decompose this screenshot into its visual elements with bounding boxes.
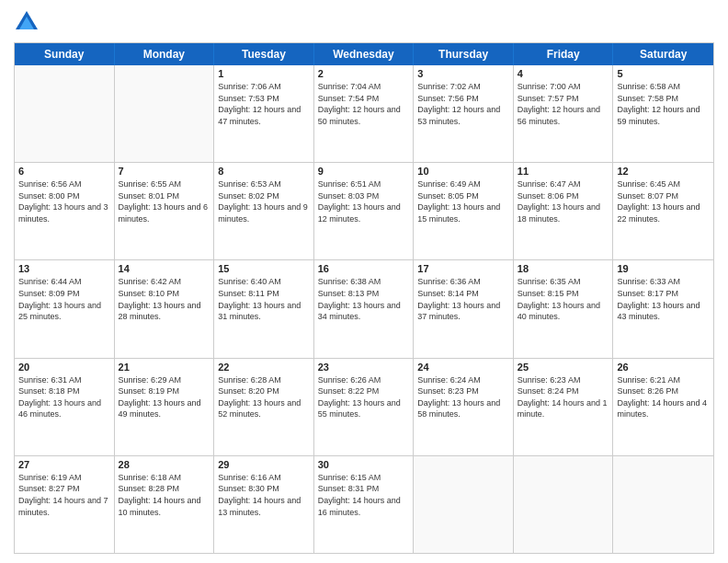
calendar-body: 1Sunrise: 7:06 AM Sunset: 7:53 PM Daylig…	[15, 65, 713, 553]
day-number: 17	[417, 263, 509, 274]
day-number: 24	[417, 362, 509, 373]
day-info: Sunrise: 6:33 AM Sunset: 8:17 PM Dayligh…	[617, 276, 710, 322]
calendar-row: 13Sunrise: 6:44 AM Sunset: 8:09 PM Dayli…	[15, 260, 713, 358]
calendar-cell: 19Sunrise: 6:33 AM Sunset: 8:17 PM Dayli…	[613, 260, 713, 357]
calendar-cell: 17Sunrise: 6:36 AM Sunset: 8:14 PM Dayli…	[414, 260, 514, 357]
calendar-cell: 15Sunrise: 6:40 AM Sunset: 8:11 PM Dayli…	[214, 260, 314, 357]
day-number: 18	[518, 263, 609, 274]
day-number: 10	[417, 166, 509, 177]
header	[14, 9, 714, 35]
calendar-cell: 14Sunrise: 6:42 AM Sunset: 8:10 PM Dayli…	[115, 260, 215, 357]
day-number: 4	[518, 68, 609, 79]
day-info: Sunrise: 6:45 AM Sunset: 8:07 PM Dayligh…	[617, 178, 710, 224]
calendar-cell: 1Sunrise: 7:06 AM Sunset: 7:53 PM Daylig…	[214, 65, 314, 162]
calendar-cell: 29Sunrise: 6:16 AM Sunset: 8:30 PM Dayli…	[214, 456, 314, 553]
calendar-cell: 23Sunrise: 6:26 AM Sunset: 8:22 PM Dayli…	[314, 359, 415, 455]
day-info: Sunrise: 6:16 AM Sunset: 8:30 PM Dayligh…	[218, 472, 310, 518]
day-number: 26	[617, 362, 710, 373]
day-number: 6	[18, 166, 110, 177]
day-number: 30	[318, 459, 410, 470]
calendar-cell: 13Sunrise: 6:44 AM Sunset: 8:09 PM Dayli…	[15, 260, 115, 357]
day-info: Sunrise: 6:19 AM Sunset: 8:27 PM Dayligh…	[18, 472, 110, 518]
weekday-header: Saturday	[613, 43, 713, 65]
calendar-cell: 22Sunrise: 6:28 AM Sunset: 8:20 PM Dayli…	[214, 359, 314, 455]
day-number: 16	[318, 263, 410, 274]
calendar: SundayMondayTuesdayWednesdayThursdayFrid…	[14, 42, 714, 554]
weekday-header: Monday	[115, 43, 215, 65]
day-number: 11	[518, 166, 609, 177]
calendar-header: SundayMondayTuesdayWednesdayThursdayFrid…	[15, 43, 713, 65]
calendar-cell: 21Sunrise: 6:29 AM Sunset: 8:19 PM Dayli…	[115, 359, 215, 455]
day-info: Sunrise: 6:47 AM Sunset: 8:06 PM Dayligh…	[518, 178, 609, 224]
calendar-cell	[15, 65, 115, 162]
calendar-cell	[514, 456, 614, 553]
day-info: Sunrise: 6:24 AM Sunset: 8:23 PM Dayligh…	[417, 374, 509, 420]
day-info: Sunrise: 6:40 AM Sunset: 8:11 PM Dayligh…	[218, 276, 310, 322]
calendar-cell: 16Sunrise: 6:38 AM Sunset: 8:13 PM Dayli…	[314, 260, 415, 357]
day-number: 15	[218, 263, 310, 274]
calendar-cell: 9Sunrise: 6:51 AM Sunset: 8:03 PM Daylig…	[314, 163, 415, 259]
day-number: 23	[318, 362, 410, 373]
calendar-cell: 2Sunrise: 7:04 AM Sunset: 7:54 PM Daylig…	[314, 65, 415, 162]
calendar-cell: 6Sunrise: 6:56 AM Sunset: 8:00 PM Daylig…	[15, 163, 115, 259]
weekday-header: Sunday	[15, 43, 115, 65]
day-number: 25	[518, 362, 609, 373]
calendar-cell: 25Sunrise: 6:23 AM Sunset: 8:24 PM Dayli…	[514, 359, 614, 455]
day-number: 1	[218, 68, 310, 79]
calendar-cell: 27Sunrise: 6:19 AM Sunset: 8:27 PM Dayli…	[15, 456, 115, 553]
calendar-cell: 28Sunrise: 6:18 AM Sunset: 8:28 PM Dayli…	[115, 456, 215, 553]
calendar-cell: 3Sunrise: 7:02 AM Sunset: 7:56 PM Daylig…	[414, 65, 514, 162]
calendar-cell: 8Sunrise: 6:53 AM Sunset: 8:02 PM Daylig…	[214, 163, 314, 259]
weekday-header: Thursday	[414, 43, 514, 65]
day-number: 20	[18, 362, 110, 373]
calendar-cell: 12Sunrise: 6:45 AM Sunset: 8:07 PM Dayli…	[613, 163, 713, 259]
day-number: 12	[617, 166, 710, 177]
calendar-row: 20Sunrise: 6:31 AM Sunset: 8:18 PM Dayli…	[15, 359, 713, 456]
day-info: Sunrise: 6:42 AM Sunset: 8:10 PM Dayligh…	[119, 276, 210, 322]
day-info: Sunrise: 6:35 AM Sunset: 8:15 PM Dayligh…	[518, 276, 609, 322]
weekday-header: Wednesday	[314, 43, 415, 65]
calendar-cell: 26Sunrise: 6:21 AM Sunset: 8:26 PM Dayli…	[613, 359, 713, 455]
day-info: Sunrise: 6:38 AM Sunset: 8:13 PM Dayligh…	[318, 276, 410, 322]
logo-icon	[14, 9, 40, 35]
day-info: Sunrise: 6:28 AM Sunset: 8:20 PM Dayligh…	[218, 374, 310, 420]
calendar-cell: 24Sunrise: 6:24 AM Sunset: 8:23 PM Dayli…	[414, 359, 514, 455]
day-number: 5	[617, 68, 710, 79]
day-number: 8	[218, 166, 310, 177]
day-info: Sunrise: 6:53 AM Sunset: 8:02 PM Dayligh…	[218, 178, 310, 224]
day-number: 13	[18, 263, 110, 274]
day-info: Sunrise: 6:44 AM Sunset: 8:09 PM Dayligh…	[18, 276, 110, 322]
day-info: Sunrise: 6:15 AM Sunset: 8:31 PM Dayligh…	[318, 472, 410, 518]
weekday-header: Tuesday	[214, 43, 314, 65]
calendar-cell	[414, 456, 514, 553]
calendar-cell: 7Sunrise: 6:55 AM Sunset: 8:01 PM Daylig…	[115, 163, 215, 259]
day-info: Sunrise: 6:49 AM Sunset: 8:05 PM Dayligh…	[417, 178, 509, 224]
day-info: Sunrise: 6:26 AM Sunset: 8:22 PM Dayligh…	[318, 374, 410, 420]
calendar-row: 27Sunrise: 6:19 AM Sunset: 8:27 PM Dayli…	[15, 456, 713, 553]
calendar-cell	[115, 65, 215, 162]
day-number: 27	[18, 459, 110, 470]
day-info: Sunrise: 7:06 AM Sunset: 7:53 PM Dayligh…	[218, 81, 310, 127]
calendar-cell: 18Sunrise: 6:35 AM Sunset: 8:15 PM Dayli…	[514, 260, 614, 357]
day-info: Sunrise: 6:29 AM Sunset: 8:19 PM Dayligh…	[119, 374, 210, 420]
day-info: Sunrise: 6:55 AM Sunset: 8:01 PM Dayligh…	[119, 178, 210, 224]
day-info: Sunrise: 7:02 AM Sunset: 7:56 PM Dayligh…	[417, 81, 509, 127]
day-number: 7	[119, 166, 210, 177]
day-number: 14	[119, 263, 210, 274]
calendar-cell: 20Sunrise: 6:31 AM Sunset: 8:18 PM Dayli…	[15, 359, 115, 455]
logo	[14, 9, 43, 35]
day-info: Sunrise: 6:56 AM Sunset: 8:00 PM Dayligh…	[18, 178, 110, 224]
day-info: Sunrise: 6:21 AM Sunset: 8:26 PM Dayligh…	[617, 374, 710, 420]
calendar-row: 6Sunrise: 6:56 AM Sunset: 8:00 PM Daylig…	[15, 163, 713, 260]
page: SundayMondayTuesdayWednesdayThursdayFrid…	[0, 0, 728, 563]
day-info: Sunrise: 6:18 AM Sunset: 8:28 PM Dayligh…	[119, 472, 210, 518]
day-number: 28	[119, 459, 210, 470]
day-number: 29	[218, 459, 310, 470]
day-info: Sunrise: 6:51 AM Sunset: 8:03 PM Dayligh…	[318, 178, 410, 224]
day-info: Sunrise: 6:36 AM Sunset: 8:14 PM Dayligh…	[417, 276, 509, 322]
day-number: 9	[318, 166, 410, 177]
day-number: 2	[318, 68, 410, 79]
calendar-cell: 4Sunrise: 7:00 AM Sunset: 7:57 PM Daylig…	[514, 65, 614, 162]
calendar-cell: 11Sunrise: 6:47 AM Sunset: 8:06 PM Dayli…	[514, 163, 614, 259]
calendar-cell: 30Sunrise: 6:15 AM Sunset: 8:31 PM Dayli…	[314, 456, 415, 553]
